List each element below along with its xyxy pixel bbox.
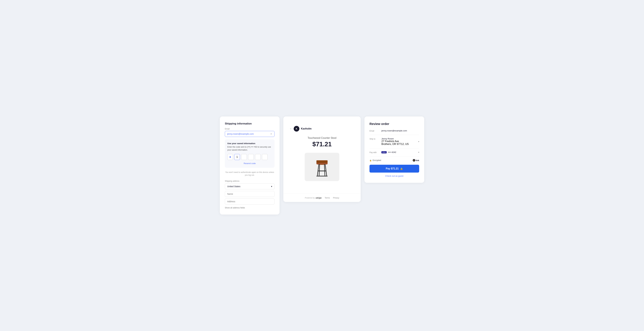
- auth-note: You won't need to authenticate again on …: [225, 171, 274, 176]
- visa-badge: VISA: [382, 151, 386, 154]
- pay-button-label: Pay $71.21: [386, 167, 399, 170]
- svg-line-6: [324, 164, 325, 176]
- svg-line-5: [319, 164, 320, 176]
- card-number: •••• 4242: [388, 151, 396, 154]
- review-title: Review order: [370, 122, 419, 126]
- middle-content: ← K Kavholm Touchwood Counter Stool $71.…: [283, 116, 361, 194]
- code-input-4[interactable]: [255, 154, 261, 160]
- middle-footer: Powered by stripe Terms Privacy: [283, 194, 361, 202]
- guest-checkout-link[interactable]: Check out as guest: [370, 175, 419, 177]
- divider-1: [370, 135, 419, 135]
- chevron-down-icon: ▾: [271, 185, 272, 188]
- close-icon[interactable]: ✕: [270, 133, 272, 135]
- address-input[interactable]: [225, 198, 274, 204]
- code-dot-input: [227, 154, 233, 160]
- middle-panel: ← K Kavholm Touchwood Counter Stool $71.…: [283, 116, 361, 202]
- email-label: Email: [225, 128, 274, 130]
- code-input-1[interactable]: [234, 154, 240, 160]
- review-email-label: Email: [370, 130, 379, 132]
- encrypted-label: 🔒 Encrypted: [370, 159, 381, 162]
- product-name: Touchwood Counter Stool: [308, 136, 336, 140]
- powered-by: Powered by stripe: [305, 196, 322, 199]
- powered-by-text: Powered by: [305, 197, 315, 199]
- ship-chevron-icon: ▾: [418, 140, 419, 143]
- show-all-link[interactable]: Show all address fields: [225, 207, 274, 209]
- shipping-title: Shipping information: [225, 122, 274, 125]
- code-input-3[interactable]: [248, 154, 254, 160]
- ship-name: Jenny Rosen: [382, 138, 409, 140]
- pay-button[interactable]: Pay $71.21 🔒: [370, 165, 419, 172]
- stool-svg: [312, 156, 332, 178]
- store-header: ← K Kavholm: [290, 126, 312, 132]
- review-ship-label: Ship to: [370, 138, 379, 140]
- product-price: $71.21: [312, 141, 332, 148]
- saved-info-desc: Enter the code sent to (•••) ••• ••63 to…: [227, 146, 272, 152]
- left-panel: Shipping information Email jenny.rosen@e…: [220, 116, 280, 214]
- svg-line-4: [325, 164, 327, 176]
- product-image: [305, 153, 339, 181]
- svg-rect-7: [318, 171, 326, 172]
- code-input-5[interactable]: [262, 154, 268, 160]
- pay-lock-icon: 🔒: [400, 168, 403, 170]
- store-name: Kavholm: [301, 127, 312, 130]
- encrypted-text: Encrypted: [373, 159, 381, 162]
- link-brand: ⚡ link: [413, 159, 419, 162]
- ship-to-dropdown[interactable]: Jenny Rosen 27 Fredrick Ave Brothers, OR…: [382, 138, 419, 146]
- shipping-address-label: Shipping address: [225, 180, 274, 182]
- review-pay-row: Pay with VISA •••• 4242 ▾: [370, 151, 419, 154]
- stripe-logo: stripe: [316, 196, 322, 199]
- terms-link[interactable]: Terms: [325, 197, 330, 199]
- ship-address: 27 Fredrick Ave: [382, 140, 409, 143]
- email-value: jenny.rosen@example.com: [227, 133, 254, 135]
- saved-info-box: Use your saved information Enter the cod…: [225, 140, 274, 168]
- review-ship-row: Ship to Jenny Rosen 27 Fredrick Ave Brot…: [370, 138, 419, 146]
- ship-to-info: Jenny Rosen 27 Fredrick Ave Brothers, OR…: [382, 138, 409, 146]
- ship-city: Brothers, OR 97712, US: [382, 143, 409, 146]
- link-label: link: [416, 159, 419, 162]
- privacy-link[interactable]: Privacy: [333, 197, 339, 199]
- right-panel: Review order Email jenny.rosen@example.c…: [364, 116, 424, 183]
- review-email-row: Email jenny.rosen@example.com: [370, 130, 419, 132]
- lock-green-icon: 🔒: [370, 159, 372, 162]
- back-arrow-icon[interactable]: ←: [290, 127, 292, 130]
- svg-rect-2: [316, 160, 328, 163]
- svg-line-3: [317, 164, 319, 176]
- review-email-value: jenny.rosen@example.com: [382, 130, 419, 132]
- link-circle-icon: ⚡: [413, 159, 415, 162]
- store-logo: K: [294, 126, 299, 132]
- divider-2: [370, 148, 419, 148]
- country-select[interactable]: United States ▾: [225, 184, 274, 190]
- encrypted-row: 🔒 Encrypted ⚡ link: [370, 159, 419, 162]
- review-pay-label: Pay with: [370, 151, 379, 154]
- pay-with-dropdown[interactable]: VISA •••• 4242 ▾: [382, 151, 419, 154]
- card-info: VISA •••• 4242: [382, 151, 396, 154]
- svg-rect-8: [316, 176, 328, 176]
- pay-chevron-icon: ▾: [418, 151, 419, 154]
- name-input[interactable]: [225, 191, 274, 197]
- country-value: United States: [227, 185, 240, 188]
- email-field-container: jenny.rosen@example.com ✕: [225, 131, 274, 137]
- saved-info-title: Use your saved information: [227, 142, 272, 144]
- code-inputs: [227, 154, 272, 160]
- code-input-2[interactable]: [241, 154, 247, 160]
- resend-code-link[interactable]: Resend code: [227, 162, 272, 164]
- page-container: Shipping information Email jenny.rosen@e…: [220, 116, 424, 214]
